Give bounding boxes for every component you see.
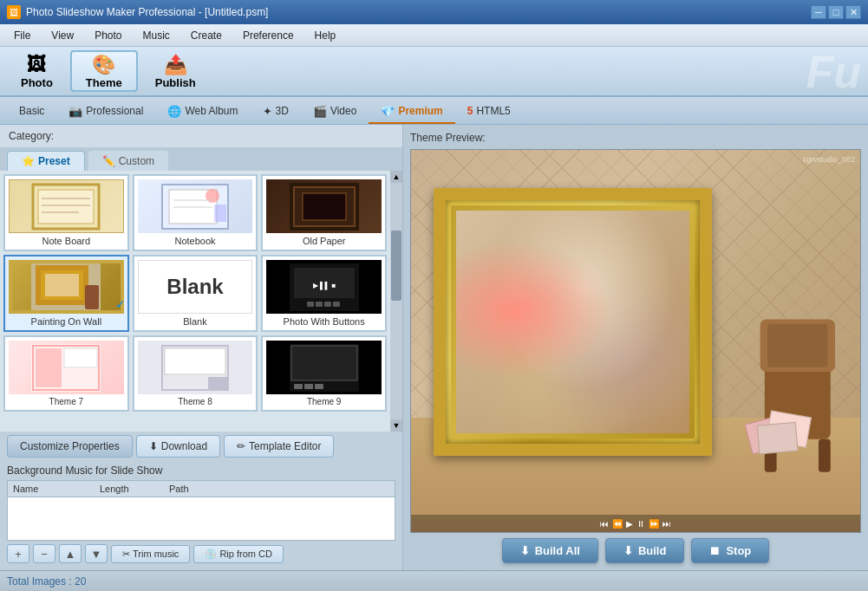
theme-photo-with-buttons[interactable]: ▶ ▌▌ ■ Photo With Buttons [261,255,387,332]
publish-icon: 📤 [164,54,187,76]
action-buttons-row: Customize Properties ⬇ Download ✏ Templa… [0,432,402,461]
menu-music[interactable]: Music [133,26,180,45]
customize-properties-button[interactable]: Customize Properties [7,435,133,458]
svg-rect-23 [333,302,340,307]
svg-rect-28 [64,348,97,367]
selected-checkmark: ✓ [115,297,126,311]
tab-professional[interactable]: 📷 Professional [56,100,155,124]
move-up-music-button[interactable]: ▲ [59,544,82,563]
note-board-thumb [9,179,124,233]
theme-9[interactable]: Theme 9 [261,335,387,412]
trim-icon: ✂ [122,549,130,560]
publish-toolbar-button[interactable]: 📤 Publish [141,50,210,92]
theme-note-board[interactable]: Note Board [3,174,129,251]
window-controls[interactable]: ─ □ ✕ [811,5,861,19]
menubar: File View Photo Music Create Preference … [0,24,868,47]
build-buttons-row: ⬇ Build All ⬇ Build ⏹ Stop [410,533,861,563]
theme-icon: 🎨 [92,54,115,76]
music-section: Background Music for Slide Show Name Len… [0,461,402,570]
remove-music-button[interactable]: − [33,544,55,563]
scroll-down-arrow[interactable]: ▼ [390,419,402,432]
photobtn-thumb: ▶ ▌▌ ■ [266,260,382,314]
next-btn[interactable]: ⏭ [662,519,671,529]
stop-button[interactable]: ⏹ Stop [691,538,769,563]
music-controls: + − ▲ ▼ ✂ Trim music 💿 Rip from CD [7,541,395,567]
prev-btn[interactable]: ⏮ [600,519,609,529]
titlebar: 🖼 Photo Slideshow Maker Professional - [… [0,0,868,24]
scroll-thumb[interactable] [391,231,401,302]
stop-icon: ⏹ [709,544,721,557]
svg-rect-10 [214,205,226,222]
minimize-button[interactable]: ─ [811,5,826,19]
move-down-music-button[interactable]: ▼ [85,544,108,563]
svg-rect-22 [324,302,331,307]
tab-basic[interactable]: Basic [7,100,56,124]
rewind-btn[interactable]: ⏪ [612,519,623,529]
add-music-button[interactable]: + [7,544,29,563]
3d-icon: ✦ [263,105,272,118]
preset-custom-tabs: ⭐ Preset ✏️ Custom [0,147,402,171]
svg-rect-17 [85,285,99,309]
tab-premium[interactable]: 💎 Premium [369,100,454,124]
blank-thumb: Blank [138,260,253,314]
maximize-button[interactable]: □ [828,5,844,19]
svg-rect-36 [304,384,313,389]
menu-preference[interactable]: Preference [232,26,304,45]
menu-photo[interactable]: Photo [84,26,132,45]
old-paper-thumb [266,179,382,233]
svg-rect-45 [757,422,798,453]
menu-create[interactable]: Create [180,26,232,45]
scroll-up-arrow[interactable]: ▲ [390,171,402,183]
music-table-header: Name Length Path [7,480,395,497]
theme-toolbar-button[interactable]: 🎨 Theme [70,50,138,92]
svg-rect-35 [294,384,303,389]
close-button[interactable]: ✕ [845,5,861,19]
svg-rect-16 [45,274,79,296]
svg-rect-20 [307,302,314,307]
rip-from-cd-button[interactable]: 💿 Rip from CD [193,545,284,563]
notebook-thumb [138,179,253,233]
themes-grid: Note Board Notebook [0,171,390,432]
cd-icon: 💿 [205,549,217,560]
template-editor-button[interactable]: ✏ Template Editor [224,435,334,458]
preset-tab[interactable]: ⭐ Preset [7,151,85,171]
category-header: Category: [0,125,402,147]
photo-icon: 🖼 [27,54,46,76]
menu-file[interactable]: File [3,26,41,45]
svg-rect-37 [315,384,323,389]
build-button[interactable]: ⬇ Build [605,538,685,563]
pause-btn[interactable]: ⏸ [636,519,645,529]
photo-toolbar-button[interactable]: 🖼 Photo [7,50,67,92]
theme-painting-on-wall[interactable]: Painting On Wall ✓ [3,255,129,332]
menu-help[interactable]: Help [304,26,347,45]
tab-video[interactable]: 🎬 Video [301,100,369,124]
download-button[interactable]: ⬇ Download [136,435,220,458]
play-btn[interactable]: ▶ [626,519,633,529]
build-all-button[interactable]: ⬇ Build All [502,538,598,563]
svg-rect-32 [208,377,227,389]
theme-7[interactable]: Theme 7 [3,335,129,412]
tabbar: Basic 📷 Professional 🌐 Web Album ✦ 3D 🎬 … [0,97,868,125]
themes-scrollbar[interactable]: ▲ ▼ [390,171,402,432]
menu-view[interactable]: View [41,26,84,45]
scroll-track[interactable] [390,183,402,419]
tab-web-album[interactable]: 🌐 Web Album [155,100,250,124]
app-title: Photo Slideshow Maker Professional - [Un… [26,6,268,18]
trim-music-button[interactable]: ✂ Trim music [111,545,190,563]
preview-background: cgwstudio_062 ⏮ ⏪ ▶ ⏸ ⏩ ⏭ [411,150,860,532]
total-images-label: Total Images : 20 [7,575,86,588]
custom-tab[interactable]: ✏️ Custom [88,151,168,171]
tab-3d[interactable]: ✦ 3D [251,100,301,124]
preview-controls-overlay: ⏮ ⏪ ▶ ⏸ ⏩ ⏭ [411,515,860,532]
theme-8[interactable]: Theme 8 [133,335,258,412]
titlebar-left: 🖼 Photo Slideshow Maker Professional - [… [7,5,268,19]
music-label: Background Music for Slide Show [7,464,395,477]
theme-blank[interactable]: Blank Blank [133,255,258,332]
theme-old-paper[interactable]: Old Paper [261,174,387,251]
theme-notebook[interactable]: Notebook [133,174,258,251]
theme7-label: Theme 7 [49,397,83,406]
forward-btn[interactable]: ⏩ [649,519,659,529]
makeup-photo [456,211,689,433]
tab-html5[interactable]: 5 HTML5 [455,100,523,124]
frame-inner-border [451,205,695,438]
